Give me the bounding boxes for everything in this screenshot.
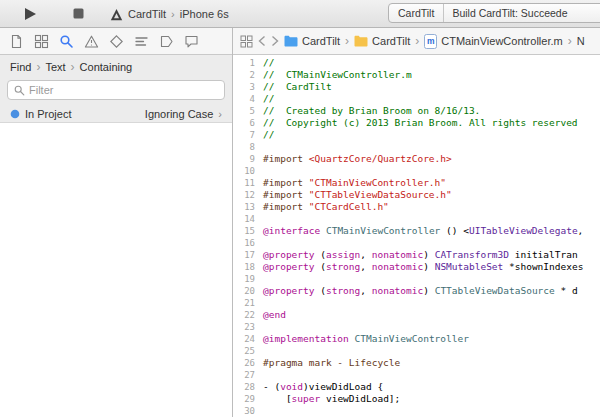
find-navigator-icon[interactable]	[59, 34, 74, 49]
code-line[interactable]: 16	[233, 237, 600, 249]
line-number[interactable]: 29	[233, 393, 263, 405]
stop-button[interactable]	[73, 8, 84, 19]
case-option-button[interactable]: Ignoring Case ›	[145, 108, 222, 120]
find-match-menu[interactable]: Containing	[80, 61, 133, 73]
line-number[interactable]: 25	[233, 345, 263, 357]
code-line[interactable]: 8	[233, 141, 600, 153]
line-number[interactable]: 4	[233, 93, 263, 105]
scheme-name[interactable]: CardTilt	[128, 8, 166, 20]
project-scope-icon	[10, 109, 20, 119]
code-line[interactable]: 29 [super viewDidLoad];	[233, 393, 600, 405]
line-number[interactable]: 24	[233, 333, 263, 345]
breadcrumb-file[interactable]: m CTMainViewController.m	[424, 34, 562, 49]
forward-button[interactable]	[271, 35, 279, 47]
code-line[interactable]: 20@property (strong, nonatomic) CTTableV…	[233, 285, 600, 297]
code-line[interactable]: 19	[233, 273, 600, 285]
code-line[interactable]: 17@property (assign, nonatomic) CATransf…	[233, 249, 600, 261]
code-line[interactable]: 27	[233, 369, 600, 381]
line-number[interactable]: 3	[233, 81, 263, 93]
code-line[interactable]: 25	[233, 345, 600, 357]
code-line[interactable]: 15@interface CTMainViewController () <UI…	[233, 225, 600, 237]
code-line[interactable]: 22@end	[233, 309, 600, 321]
test-navigator-icon[interactable]	[109, 34, 124, 49]
line-number[interactable]: 27	[233, 369, 263, 381]
search-input[interactable]	[29, 84, 218, 96]
code-text: @property (strong, nonatomic) NSMutableS…	[263, 261, 583, 273]
line-number[interactable]: 11	[233, 177, 263, 189]
line-number[interactable]: 23	[233, 321, 263, 333]
back-button[interactable]	[258, 35, 266, 47]
breadcrumb-group[interactable]: CardTilt	[354, 35, 410, 47]
code-line[interactable]: 3// CardTilt	[233, 81, 600, 93]
chevron-right-icon: ›	[568, 35, 572, 47]
project-navigator-icon[interactable]	[9, 34, 24, 49]
line-number[interactable]: 19	[233, 273, 263, 285]
panel-divider[interactable]	[232, 28, 233, 417]
code-line[interactable]: 7//	[233, 129, 600, 141]
line-number[interactable]: 17	[233, 249, 263, 261]
find-mode-menu[interactable]: Find	[10, 61, 31, 73]
code-line[interactable]: 13#import "CTCardCell.h"	[233, 201, 600, 213]
code-line[interactable]: 30	[233, 405, 600, 417]
code-line[interactable]: 23	[233, 321, 600, 333]
line-number[interactable]: 2	[233, 69, 263, 81]
code-line[interactable]: 10	[233, 165, 600, 177]
toolbar: CardTilt › iPhone 6s CardTilt Build Card…	[0, 0, 600, 28]
line-number[interactable]: 15	[233, 225, 263, 237]
code-line[interactable]: 28- (void)viewDidLoad {	[233, 381, 600, 393]
line-number[interactable]: 16	[233, 237, 263, 249]
issue-navigator-icon[interactable]	[84, 34, 99, 49]
scope-button[interactable]: In Project	[10, 108, 71, 120]
scheme-selector[interactable]: CardTilt › iPhone 6s	[110, 6, 229, 22]
debug-navigator-icon[interactable]	[134, 34, 149, 49]
code-line[interactable]: 1//	[233, 57, 600, 69]
play-icon	[24, 7, 37, 21]
line-number[interactable]: 14	[233, 213, 263, 225]
chevron-right-icon: ›	[71, 61, 75, 73]
line-number[interactable]: 26	[233, 357, 263, 369]
report-navigator-icon[interactable]	[184, 34, 199, 49]
code-text: //	[263, 57, 274, 69]
line-number[interactable]: 8	[233, 141, 263, 153]
destination-name[interactable]: iPhone 6s	[180, 8, 229, 20]
line-number[interactable]: 13	[233, 201, 263, 213]
line-number[interactable]: 30	[233, 405, 263, 417]
code-line[interactable]: 14	[233, 213, 600, 225]
code-text: // Copyright (c) 2013 Brian Broom. All r…	[263, 117, 578, 129]
code-text: @implementation CTMainViewController	[263, 333, 469, 345]
line-number[interactable]: 28	[233, 381, 263, 393]
breadcrumb-label: CardTilt	[302, 35, 340, 47]
code-line[interactable]: 6// Copyright (c) 2013 Brian Broom. All …	[233, 117, 600, 129]
find-type-menu[interactable]: Text	[45, 61, 65, 73]
code-line[interactable]: 24@implementation CTMainViewController	[233, 333, 600, 345]
symbol-navigator-icon[interactable]	[34, 34, 49, 49]
line-number[interactable]: 21	[233, 297, 263, 309]
line-number[interactable]: 18	[233, 261, 263, 273]
code-text: // CTMainViewController.m	[263, 69, 412, 81]
breadcrumb-project[interactable]: CardTilt	[284, 35, 340, 47]
code-line[interactable]: 5// Created by Brian Broom on 8/16/13.	[233, 105, 600, 117]
code-line[interactable]: 12#import "CTTableViewDataSource.h"	[233, 189, 600, 201]
breakpoint-navigator-icon[interactable]	[159, 34, 174, 49]
code-line[interactable]: 2// CTMainViewController.m	[233, 69, 600, 81]
code-line[interactable]: 9#import <QuartzCore/QuartzCore.h>	[233, 153, 600, 165]
breadcrumb-symbol[interactable]: N	[577, 35, 585, 47]
line-number[interactable]: 1	[233, 57, 263, 69]
related-items-icon[interactable]	[240, 35, 253, 48]
line-number[interactable]: 10	[233, 165, 263, 177]
code-line[interactable]: 26#pragma mark - Lifecycle	[233, 357, 600, 369]
code-line[interactable]: 11#import "CTMainViewController.h"	[233, 177, 600, 189]
line-number[interactable]: 20	[233, 285, 263, 297]
search-field[interactable]	[7, 80, 225, 100]
line-number[interactable]: 12	[233, 189, 263, 201]
line-number[interactable]: 22	[233, 309, 263, 321]
code-line[interactable]: 4//	[233, 93, 600, 105]
run-button[interactable]	[24, 7, 37, 21]
code-line[interactable]: 21	[233, 297, 600, 309]
code-line[interactable]: 18@property (strong, nonatomic) NSMutabl…	[233, 261, 600, 273]
line-number[interactable]: 9	[233, 153, 263, 165]
line-number[interactable]: 6	[233, 117, 263, 129]
line-number[interactable]: 7	[233, 129, 263, 141]
line-number[interactable]: 5	[233, 105, 263, 117]
source-editor[interactable]: 1//2// CTMainViewController.m3// CardTil…	[233, 55, 600, 417]
